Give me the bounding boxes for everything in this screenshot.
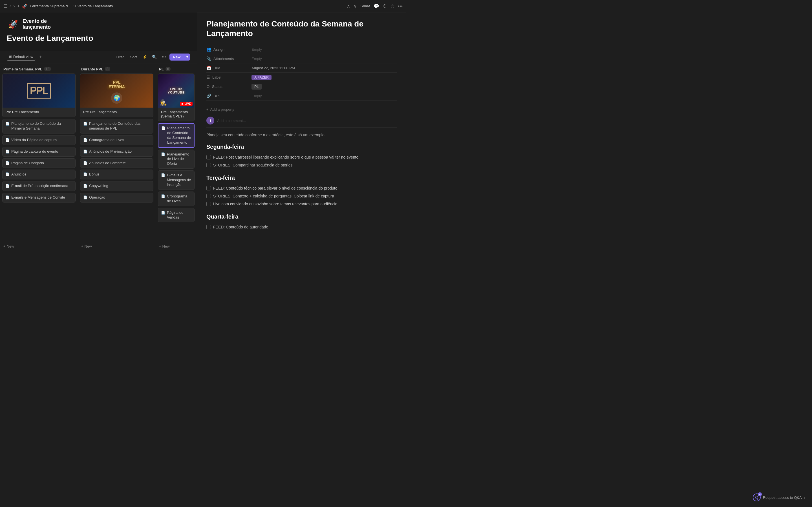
forward-icon[interactable]: ›	[13, 4, 15, 9]
nav-next-icon[interactable]: ∨	[354, 3, 357, 9]
list-item[interactable]: 📄 Cronograma de Lives	[80, 135, 153, 145]
card-content-0: Pré Pré Lançamento	[3, 108, 75, 117]
breadcrumb-root[interactable]: Ferramenta Suprema d...	[30, 4, 71, 8]
more-options-button[interactable]: •••	[160, 53, 168, 61]
url-icon: 🔗	[206, 94, 211, 98]
add-tab-icon[interactable]: +	[17, 4, 20, 9]
list-item[interactable]: 📄 Copywriting	[80, 181, 153, 191]
add-view-button[interactable]: +	[37, 54, 44, 60]
list-item[interactable]: 📄 Operação	[80, 193, 153, 203]
list-item[interactable]: 📄 Página de Vendas	[158, 208, 195, 223]
doc-icon: 📄	[83, 150, 87, 154]
list-item[interactable]: 📄 Planejamento de Conteúdo das semanas d…	[80, 119, 153, 133]
list-item[interactable]: 📄 E-mails e Mensagens de inscrição	[158, 170, 195, 190]
list-item[interactable]: 📄 Cronograma de Lives	[158, 191, 195, 206]
new-button-dropdown[interactable]: ▾	[184, 54, 190, 60]
more-icon[interactable]: •••	[398, 4, 403, 9]
property-label-row: ☰ Label A FAZER	[206, 73, 397, 82]
checklist-item: FEED: Post Carrossel liberando explicand…	[206, 154, 397, 161]
comment-placeholder[interactable]: Add a comment...	[217, 119, 246, 123]
search-button[interactable]: 🔍	[150, 53, 158, 61]
topbar: ☰ ‹ › + 🚀 Ferramenta Suprema d... / Even…	[0, 0, 406, 12]
sort-button[interactable]: Sort	[128, 54, 139, 60]
property-value-attachments[interactable]: Empty	[252, 57, 262, 61]
column-header-1: Durante PPL 8	[80, 67, 153, 71]
list-item[interactable]: 📄 E-mails e Mensagens de Convite	[2, 193, 75, 203]
comment-icon[interactable]: 💬	[373, 3, 379, 9]
list-item[interactable]: 📄 Anúncios	[2, 170, 75, 179]
checkbox[interactable]	[206, 194, 211, 198]
checklist-item: STORIES: Compartilhar sequência de stori…	[206, 161, 397, 169]
list-item[interactable]: 📄 Bônus	[80, 170, 153, 179]
checklist-item: STORIES: Contexto + caixinha de pergunta…	[206, 192, 397, 200]
main-layout: 🚀 Evento de lançamento Evento de Lançame…	[0, 12, 406, 253]
status-icon: ⊙	[206, 84, 210, 89]
back-icon[interactable]: ‹	[10, 4, 11, 9]
page-title: Evento de Lançamento	[7, 34, 190, 43]
property-label-assign: 👥 Assign	[206, 47, 252, 52]
day-title-2: Quarta-feira	[206, 214, 397, 220]
active-card-item[interactable]: 📄 Planejamento de Conteúdo da Semana de …	[158, 123, 195, 148]
checklist-item: Live com convidado ou sozinho sobre tema…	[206, 200, 397, 208]
property-value-status[interactable]: PL	[252, 84, 262, 89]
toolbar: ⊞ Default view + Filter Sort ⚡ 🔍 ••• New…	[0, 51, 197, 63]
card-ppl-image[interactable]: PPL Pré Pré Lançamento	[2, 73, 75, 117]
property-assign: 👥 Assign Empty	[206, 45, 397, 54]
day-section-0: Segunda-feira FEED: Post Carrossel liber…	[206, 144, 397, 169]
clock-icon[interactable]: ⏱	[383, 4, 387, 9]
lightning-button[interactable]: ⚡	[141, 53, 149, 61]
left-panel: 🚀 Evento de lançamento Evento de Lançame…	[0, 12, 197, 253]
breadcrumb-current: Evento de Lançamento	[75, 4, 113, 8]
property-value-due[interactable]: August 22, 2023 12:00 PM	[252, 66, 295, 70]
nav-prev-icon[interactable]: ∧	[347, 3, 350, 9]
list-item[interactable]: 📄 Vídeo da Página de captura	[2, 135, 75, 145]
default-view-tab[interactable]: ⊞ Default view	[7, 54, 36, 61]
menu-icon[interactable]: ☰	[3, 3, 7, 9]
filter-button[interactable]: Filter	[114, 54, 126, 60]
list-item[interactable]: 📄 Anúncios de Pré-inscrição	[80, 147, 153, 157]
new-button-main[interactable]: New	[169, 54, 184, 61]
property-label-due: 📅 Due	[206, 66, 252, 70]
column-primeira-semana: Primeira Semana. PPL 13 PPL Pré Pré Lanç…	[2, 67, 75, 250]
star-icon[interactable]: ☆	[391, 3, 395, 9]
add-new-col1[interactable]: + New	[80, 242, 153, 250]
attachments-icon: 📎	[206, 56, 211, 61]
add-new-col2[interactable]: + New	[158, 242, 195, 250]
list-item[interactable]: 📄 Planejamento de Live de Oferta	[158, 150, 195, 169]
property-url: 🔗 URL Empty	[206, 91, 397, 101]
comment-area: I Add a comment...	[206, 114, 397, 128]
list-item[interactable]: 📄 Anúncios de Lembrete	[80, 158, 153, 168]
column-name-2: PL	[159, 67, 164, 71]
doc-icon: 📄	[83, 195, 87, 200]
checkbox[interactable]	[206, 163, 211, 167]
label-icon: ☰	[206, 75, 210, 79]
doc-icon: 📄	[5, 161, 10, 165]
property-value-url[interactable]: Empty	[252, 94, 262, 98]
property-label-attachments: 📎 Attachments	[206, 56, 252, 61]
column-count-2: 6	[165, 67, 171, 71]
card-image-ppl: PPL	[3, 74, 75, 108]
property-value-assign[interactable]: Empty	[252, 47, 262, 52]
list-item[interactable]: 📄 Página de captura do evento	[2, 147, 75, 157]
checkbox[interactable]	[206, 186, 211, 190]
card-live-image[interactable]: LVE OnYOUTUBE ▶ LIVE 🕵️ Pré Lançamento (…	[158, 73, 195, 121]
checkbox[interactable]	[206, 202, 211, 206]
share-button[interactable]: Share	[360, 4, 370, 8]
list-item[interactable]: 📄 Planejamento de Conteúdo da Primeira S…	[2, 119, 75, 133]
card-image-eterna: PPLETERNA 🌍	[80, 74, 153, 108]
assign-icon: 👥	[206, 47, 211, 52]
day-section-2: Quarta-feira FEED: Conteúdo de autoridad…	[206, 214, 397, 231]
add-new-col0[interactable]: + New	[2, 242, 75, 250]
checkbox[interactable]	[206, 225, 211, 229]
card-title-1: Pré Pré Lançamento	[83, 110, 150, 114]
card-eterna-image[interactable]: PPLETERNA 🌍 Pré Pré Lançamento	[80, 73, 153, 117]
list-item[interactable]: 📄 E-mail de Pré-inscrição confirmada	[2, 181, 75, 191]
breadcrumb-separator: /	[72, 4, 73, 8]
doc-icon: 📄	[83, 161, 87, 165]
property-value-label[interactable]: A FAZER	[252, 75, 271, 79]
add-property-button[interactable]: + Add a property	[206, 105, 397, 114]
new-button-group: New ▾	[169, 54, 190, 61]
list-item[interactable]: 📄 Página de Obrigado	[2, 158, 75, 168]
doc-icon: 📄	[5, 172, 10, 176]
checkbox[interactable]	[206, 155, 211, 159]
